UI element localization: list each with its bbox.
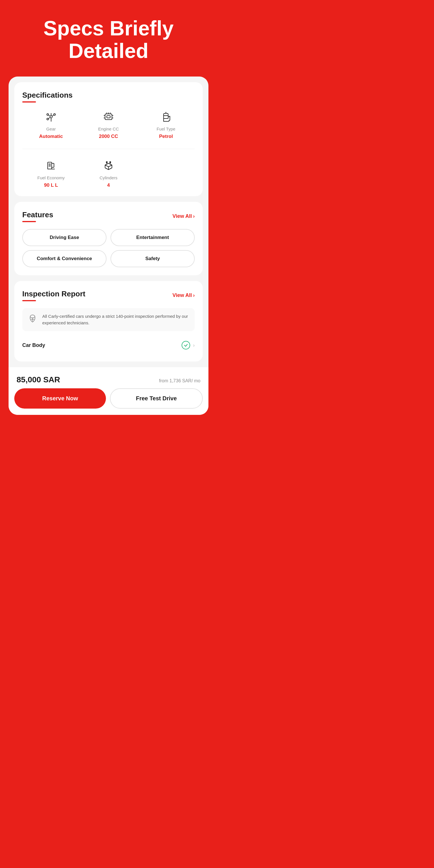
- price-monthly: from 1,736 SAR/ mo: [159, 378, 200, 383]
- inspection-header: Inspection Report View All ›: [22, 289, 195, 301]
- features-title: Features: [22, 211, 53, 219]
- gear-value: Automatic: [39, 134, 63, 140]
- inspection-info-text: All Carly-certified cars undergo a stric…: [42, 313, 190, 326]
- reserve-now-button[interactable]: Reserve Now: [14, 388, 106, 409]
- specs-divider: [22, 149, 195, 149]
- inspection-info-box: All Carly-certified cars undergo a stric…: [22, 308, 195, 331]
- specifications-section: Specifications: [14, 82, 203, 196]
- specs-grid: Gear Automatic: [22, 110, 195, 188]
- features-header: Features View All ›: [22, 211, 195, 222]
- spec-item-cylinders: Cylinders 4: [80, 158, 137, 188]
- feature-chip-driving-ease[interactable]: Driving Ease: [22, 229, 106, 246]
- features-section: Features View All › Driving Ease Enterta…: [14, 202, 203, 275]
- fuel-economy-icon: [44, 158, 59, 173]
- engine-value: 2000 CC: [99, 134, 118, 140]
- svg-line-6: [48, 115, 50, 116]
- fuel-type-label: Fuel Type: [157, 126, 176, 131]
- inspection-shield-icon: [27, 313, 38, 324]
- car-body-chevron-icon: ›: [193, 342, 195, 348]
- main-card: Specifications: [8, 76, 209, 415]
- inspection-title-wrap: Inspection Report: [22, 289, 85, 301]
- inspection-chevron-icon: ›: [193, 292, 195, 299]
- specifications-title-wrap: Specifications: [22, 91, 72, 102]
- features-view-all[interactable]: View All ›: [173, 213, 195, 219]
- spec-item-engine: Engine CC 2000 CC: [80, 110, 137, 140]
- inspection-underline: [22, 300, 36, 301]
- inspection-title: Inspection Report: [22, 289, 85, 299]
- free-test-drive-button[interactable]: Free Test Drive: [110, 388, 203, 409]
- svg-point-30: [30, 315, 35, 318]
- hero-title: Specs Briefly Detailed: [26, 0, 191, 76]
- svg-rect-18: [164, 116, 168, 119]
- engine-icon: [101, 110, 116, 124]
- svg-line-8: [48, 118, 50, 119]
- inspection-section: Inspection Report View All › All Carly-c…: [14, 281, 203, 362]
- engine-label: Engine CC: [98, 126, 119, 131]
- inspection-car-body-label: Car Body: [22, 342, 45, 348]
- fuel-type-icon: [158, 110, 173, 124]
- svg-rect-22: [52, 163, 54, 167]
- spec-item-fuel-economy: Fuel Economy 90 L L: [22, 158, 80, 188]
- svg-rect-9: [105, 114, 112, 120]
- features-chevron-icon: ›: [193, 213, 195, 219]
- specifications-header: Specifications: [22, 91, 195, 102]
- specifications-underline: [22, 101, 36, 102]
- cylinders-icon: [101, 158, 116, 173]
- feature-chip-entertainment[interactable]: Entertainment: [111, 229, 195, 246]
- svg-rect-21: [48, 162, 52, 169]
- check-circle-icon: [182, 341, 190, 349]
- fuel-economy-value: 90 L L: [44, 182, 58, 188]
- gear-label: Gear: [46, 126, 56, 131]
- price-row: 85,000 SAR from 1,736 SAR/ mo: [14, 372, 203, 388]
- cylinders-label: Cylinders: [100, 175, 118, 180]
- inspection-row-car-body[interactable]: Car Body ›: [22, 337, 195, 353]
- spec-item-gear: Gear Automatic: [22, 110, 80, 140]
- inspection-row-right: ›: [182, 341, 195, 349]
- specifications-title: Specifications: [22, 91, 72, 100]
- fuel-economy-label: Fuel Economy: [37, 175, 65, 180]
- price-main: 85,000 SAR: [17, 375, 60, 384]
- svg-line-7: [52, 115, 54, 116]
- svg-rect-10: [107, 116, 110, 118]
- inspection-view-all[interactable]: View All ›: [173, 292, 195, 299]
- feature-chip-safety[interactable]: Safety: [111, 250, 195, 267]
- features-grid: Driving Ease Entertainment Comfort & Con…: [22, 229, 195, 267]
- fuel-type-value: Petrol: [159, 134, 173, 140]
- spec-item-fuel-type: Fuel Type Petrol: [137, 110, 195, 140]
- action-buttons: Reserve Now Free Test Drive: [14, 388, 203, 410]
- features-underline: [22, 221, 36, 222]
- bottom-bar: 85,000 SAR from 1,736 SAR/ mo Reserve No…: [8, 367, 209, 415]
- gear-icon: [44, 110, 59, 124]
- cylinders-value: 4: [107, 182, 110, 188]
- features-title-wrap: Features: [22, 211, 53, 222]
- feature-chip-comfort[interactable]: Comfort & Convenience: [22, 250, 106, 267]
